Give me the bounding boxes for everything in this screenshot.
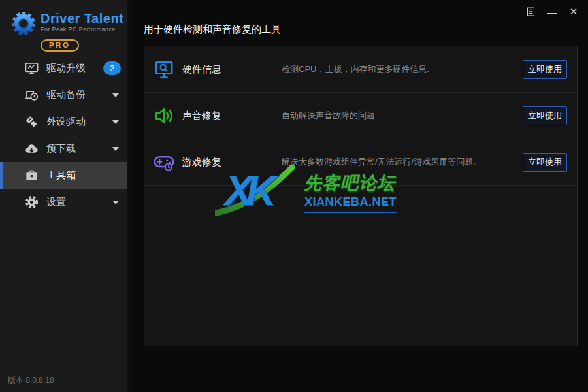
- sound-repair-icon: [153, 105, 182, 127]
- sidebar-item-label: 预下载: [46, 142, 76, 155]
- sidebar-item-label: 外设驱动: [46, 116, 86, 128]
- sidebar-item-label: 驱动升级: [46, 62, 86, 74]
- sidebar-item-driver-backup[interactable]: 驱动备份: [0, 82, 127, 108]
- toolbox-icon: [24, 168, 39, 183]
- sidebar: Driver Talent For Peak PC Performance PR…: [0, 0, 129, 392]
- sidebar-item-toolbox[interactable]: 工具箱: [0, 162, 127, 189]
- app-subtitle: For Peak PC Performance: [41, 26, 123, 33]
- laptop-clock-icon: [24, 88, 39, 103]
- use-now-button-hardware-info[interactable]: 立即使用: [523, 60, 567, 79]
- pro-badge: PRO: [41, 39, 79, 52]
- window-controls: — ✕: [517, 5, 581, 19]
- sidebar-item-predownload[interactable]: 预下载: [0, 135, 127, 162]
- update-count-badge: 2: [103, 61, 121, 75]
- sidebar-item-label: 驱动备份: [46, 89, 86, 101]
- usb-drive-icon: [24, 114, 39, 129]
- menu-button[interactable]: [523, 5, 538, 19]
- tool-description: 自动解决声音故障的问题.: [282, 110, 523, 122]
- sidebar-menu: 驱动升级 2 驱动备份 外设驱动 预下载: [0, 55, 127, 216]
- chevron-down-icon: [112, 93, 119, 97]
- sidebar-item-settings[interactable]: 设置: [0, 189, 127, 216]
- app-title: Driver Talent: [41, 11, 123, 25]
- chevron-down-icon: [112, 147, 119, 151]
- tools-panel: 硬件信息 检测CPU，主板，内存和更多硬件信息. 立即使用 声音修复 自动解决声…: [144, 46, 578, 346]
- game-repair-icon: [153, 151, 182, 173]
- logo-gear-icon: [10, 10, 37, 37]
- sidebar-item-peripheral-drivers[interactable]: 外设驱动: [0, 108, 127, 135]
- sidebar-item-label: 工具箱: [46, 169, 76, 182]
- cloud-download-icon: [24, 141, 39, 156]
- hardware-info-icon: [153, 58, 182, 80]
- close-button[interactable]: ✕: [566, 5, 581, 19]
- sidebar-item-label: 设置: [46, 196, 66, 208]
- tool-description: 检测CPU，主板，内存和更多硬件信息.: [282, 63, 523, 75]
- tool-card-hardware-info: 硬件信息 检测CPU，主板，内存和更多硬件信息. 立即使用: [144, 46, 577, 93]
- sidebar-item-driver-update[interactable]: 驱动升级 2: [0, 55, 127, 82]
- watermark-logo-letters: XK: [225, 167, 270, 214]
- tool-name: 声音修复: [182, 110, 282, 122]
- app-logo: Driver Talent For Peak PC Performance PR…: [0, 0, 127, 55]
- main-content: — ✕ 用于硬件检测和声音修复的工具 硬件信息 检测CPU，主板，内存和更多硬件…: [131, 0, 588, 392]
- watermark-site-name: 先客吧论坛: [304, 171, 395, 195]
- page-title: 用于硬件检测和声音修复的工具: [144, 24, 281, 36]
- minimize-button[interactable]: —: [544, 5, 560, 19]
- tool-name: 硬件信息: [182, 63, 282, 76]
- tool-card-sound-repair: 声音修复 自动解决声音故障的问题. 立即使用: [144, 93, 577, 139]
- use-now-button-sound-repair[interactable]: 立即使用: [523, 106, 567, 125]
- monitor-scan-icon: [24, 61, 39, 76]
- version-label: 版本 8.0.8.18: [8, 375, 54, 386]
- gear-icon: [24, 195, 39, 210]
- xiankeba-watermark: XK 先客吧论坛 XIANKEBA.NET: [215, 166, 411, 225]
- use-now-button-game-repair[interactable]: 立即使用: [523, 153, 567, 172]
- chevron-down-icon: [112, 201, 119, 204]
- chevron-down-icon: [112, 120, 119, 124]
- watermark-site-url: XIANKEBA.NET: [304, 195, 397, 213]
